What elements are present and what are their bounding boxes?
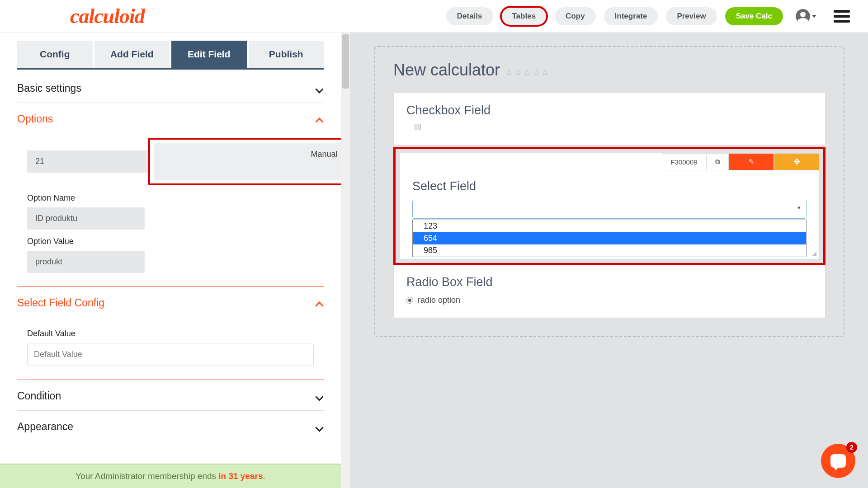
pencil-icon: ✎ [749, 158, 755, 166]
chat-badge: 2 [846, 442, 857, 453]
scroll-thumb[interactable] [342, 34, 349, 89]
scrollbar[interactable] [341, 33, 351, 488]
select-dropdown-input[interactable] [412, 200, 807, 219]
caret-down-icon [812, 15, 816, 18]
chat-icon [830, 454, 846, 468]
radio-option-label: radio option [418, 296, 460, 305]
section-options: Options Manual Table Option Name Option … [17, 103, 324, 287]
banner-dot: . [263, 471, 265, 481]
section-select-config-toggle[interactable]: Select Field Config [17, 287, 324, 317]
preview-panel: New calculator Checkbox Field [351, 33, 868, 488]
dropdown-option[interactable]: 654 [413, 232, 806, 244]
select-dropdown-list: 123 654 985 [412, 220, 807, 257]
option-value-input[interactable] [27, 251, 145, 273]
save-calc-button[interactable]: Save Calc [725, 7, 783, 25]
panel-tabs: Config Add Field Edit Field Publish [17, 41, 324, 70]
option-name-label: Option Name [27, 193, 314, 203]
manual-table-toggle: Manual Table [148, 138, 341, 185]
star-icon [514, 68, 523, 76]
select-field-title: Select Field [412, 179, 807, 193]
section-options-title: Options [17, 113, 53, 125]
move-icon: ✥ [793, 157, 800, 167]
manual-button[interactable]: Manual [154, 143, 341, 180]
option-name-input[interactable] [27, 207, 145, 230]
checkbox-field-card[interactable]: Checkbox Field [393, 92, 826, 145]
field-copy-button[interactable]: ⧉ [706, 153, 729, 170]
main-area: Config Add Field Edit Field Publish Basi… [0, 33, 868, 488]
chevron-down-icon [316, 423, 324, 431]
tables-button[interactable]: Tables [501, 7, 547, 25]
tab-add-field[interactable]: Add Field [94, 41, 170, 68]
field-move-button[interactable]: ✥ [774, 153, 819, 170]
copy-icon: ⧉ [715, 158, 720, 166]
chevron-down-icon [316, 84, 324, 93]
section-condition-title: Condition [17, 390, 61, 402]
select-field-card[interactable]: F300009 ⧉ ✎ ✥ Select Field 123 654 985 [399, 153, 820, 259]
default-value-label: Default Value [27, 329, 314, 338]
rating-stars[interactable] [505, 68, 550, 76]
select-field-highlight: F300009 ⧉ ✎ ✥ Select Field 123 654 985 [393, 147, 826, 265]
header-actions: Details Tables Copy Integrate Preview Sa… [446, 7, 850, 25]
tab-config[interactable]: Config [17, 41, 93, 68]
tab-publish[interactable]: Publish [249, 41, 324, 68]
star-icon [542, 68, 550, 76]
options-body: Manual Table Option Name Option Value [17, 133, 324, 286]
banner-accent: in 31 years [218, 471, 263, 481]
star-icon [533, 68, 541, 76]
radio-input[interactable] [406, 297, 413, 304]
section-appearance-toggle[interactable]: Appearance [17, 411, 324, 436]
preview-button[interactable]: Preview [666, 7, 717, 25]
section-basic-settings: Basic settings [17, 70, 324, 103]
default-value-input[interactable] [27, 343, 314, 366]
tab-edit-field[interactable]: Edit Field [171, 41, 247, 68]
star-icon [505, 68, 514, 76]
star-icon [524, 68, 532, 76]
options-search-input[interactable] [27, 150, 148, 173]
section-options-toggle[interactable]: Options [17, 103, 324, 133]
banner-text: Your Administrator membership ends [75, 471, 218, 481]
logo: calculoid [70, 4, 145, 28]
section-condition-toggle[interactable]: Condition [17, 380, 324, 410]
chat-widget[interactable]: 2 [821, 444, 855, 478]
option-value-label: Option Value [27, 237, 314, 246]
dropdown-option[interactable]: 123 [413, 220, 806, 232]
hamburger-menu[interactable] [834, 10, 850, 23]
field-toolbar: F300009 ⧉ ✎ ✥ [400, 153, 819, 170]
user-menu[interactable] [796, 9, 816, 23]
resize-handle-icon[interactable] [810, 250, 816, 256]
section-appearance: Appearance [17, 411, 324, 436]
radio-field-card[interactable]: Radio Box Field radio option [393, 265, 826, 318]
field-edit-button[interactable]: ✎ [729, 153, 774, 170]
section-appearance-title: Appearance [17, 421, 73, 433]
details-button[interactable]: Details [446, 7, 493, 25]
integrate-button[interactable]: Integrate [604, 7, 658, 25]
section-select-config-title: Select Field Config [17, 297, 104, 309]
radio-field-title: Radio Box Field [406, 275, 812, 289]
checkbox-input[interactable] [415, 124, 421, 130]
chevron-up-icon [316, 115, 324, 123]
left-panel: Config Add Field Edit Field Publish Basi… [0, 33, 341, 488]
calculator-frame: New calculator Checkbox Field [374, 46, 844, 337]
field-code: F300009 [662, 153, 706, 170]
copy-button[interactable]: Copy [555, 7, 596, 25]
membership-banner: Your Administrator membership ends in 31… [0, 464, 341, 488]
section-select-config: Select Field Config Default Value [17, 287, 324, 380]
checkbox-field-title: Checkbox Field [406, 103, 812, 117]
calculator-title: New calculator [393, 61, 500, 80]
dropdown-option[interactable]: 985 [413, 244, 806, 257]
section-basic-title: Basic settings [17, 82, 81, 94]
section-basic-toggle[interactable]: Basic settings [17, 70, 324, 103]
app-header: calculoid Details Tables Copy Integrate … [0, 0, 868, 33]
chevron-down-icon [316, 392, 324, 400]
chevron-up-icon [316, 299, 324, 307]
section-condition: Condition [17, 380, 324, 411]
avatar-icon [796, 9, 810, 23]
